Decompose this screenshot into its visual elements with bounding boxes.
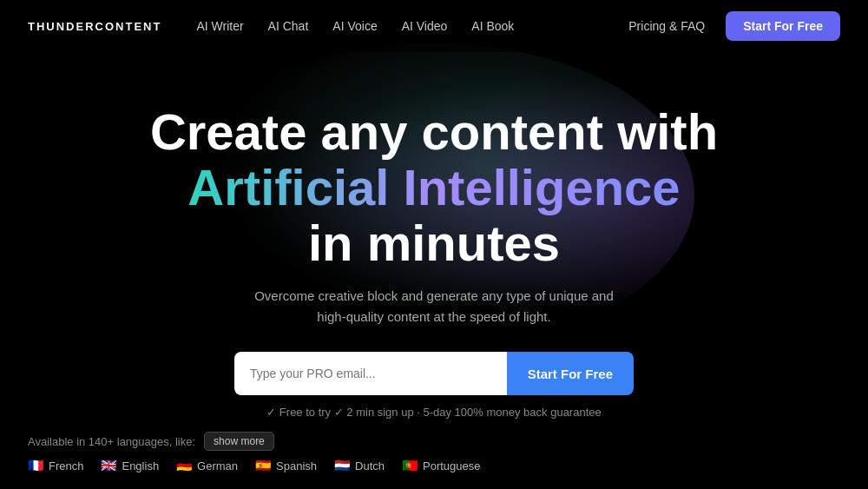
guarantee-text: ✓ Free to try ✓ 2 min sign up · 5-day 10… [266, 406, 601, 419]
lang-portuguese: 🇵🇹 Portuguese [402, 458, 481, 473]
lang-german: 🇩🇪 German [176, 458, 238, 473]
lang-spanish: 🇪🇸 Spanish [255, 458, 317, 473]
label-french: French [49, 459, 83, 472]
logo: THUNDERCONTENT [28, 20, 161, 33]
flag-english: 🇬🇧 [101, 458, 117, 473]
hero-title-line2: Artificial Intelligence [187, 160, 680, 215]
start-for-free-nav-button[interactable]: Start For Free [726, 11, 840, 41]
nav-links: AI Writer AI Chat AI Voice AI Video AI B… [196, 19, 628, 33]
lang-dutch: 🇳🇱 Dutch [334, 458, 385, 473]
nav-ai-voice[interactable]: AI Voice [332, 19, 377, 33]
start-for-free-hero-button[interactable]: Start For Free [507, 352, 634, 395]
hero-section: Create any content with Artificial Intel… [0, 52, 868, 419]
nav-ai-video[interactable]: AI Video [402, 19, 448, 33]
label-dutch: Dutch [355, 459, 385, 472]
label-german: German [197, 459, 238, 472]
label-spanish: Spanish [276, 459, 317, 472]
show-more-button[interactable]: show more [204, 432, 274, 451]
languages-top: Available in 140+ languages, like: show … [28, 432, 481, 451]
languages-section: Available in 140+ languages, like: show … [28, 432, 481, 473]
flag-spanish: 🇪🇸 [255, 458, 272, 473]
pricing-faq-link[interactable]: Pricing & FAQ [628, 19, 705, 33]
nav-ai-chat[interactable]: AI Chat [268, 19, 309, 33]
nav-right: Pricing & FAQ Start For Free [628, 11, 840, 41]
hero-subtitle: Overcome creative block and generate any… [243, 286, 625, 327]
nav-ai-book[interactable]: AI Book [471, 19, 514, 33]
lang-english: 🇬🇧 English [101, 458, 159, 473]
navbar: THUNDERCONTENT AI Writer AI Chat AI Voic… [0, 0, 868, 52]
label-english: English [122, 459, 159, 472]
nav-ai-writer[interactable]: AI Writer [196, 19, 243, 33]
hero-form: Start For Free [234, 352, 634, 395]
label-portuguese: Portuguese [423, 459, 481, 472]
hero-title-line3: in minutes [308, 215, 560, 271]
flag-french: 🇫🇷 [28, 458, 44, 473]
lang-french: 🇫🇷 French [28, 458, 83, 473]
languages-label: Available in 140+ languages, like: [28, 435, 195, 448]
flag-german: 🇩🇪 [176, 458, 193, 473]
languages-list: 🇫🇷 French 🇬🇧 English 🇩🇪 German 🇪🇸 Spanis… [28, 458, 481, 473]
hero-title-line1: Create any content with [150, 104, 718, 160]
flag-portuguese: 🇵🇹 [402, 458, 418, 473]
email-input[interactable] [234, 352, 507, 395]
flag-dutch: 🇳🇱 [334, 458, 351, 473]
